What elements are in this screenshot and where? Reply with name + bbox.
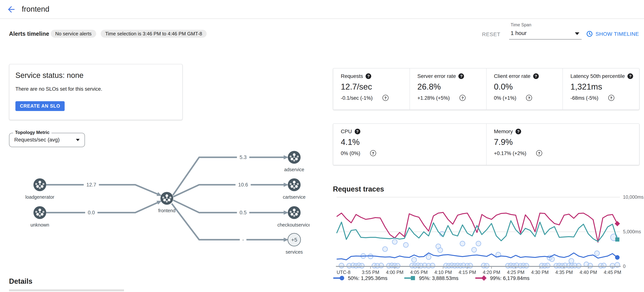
chip-no-service-alerts: No service alerts <box>51 30 96 38</box>
x-axis-tick-label: 4:15 PM <box>458 270 476 275</box>
service-node-checkoutservice[interactable] <box>288 206 300 219</box>
help-icon[interactable]: ? <box>533 73 539 79</box>
topology-node-label: cartservice <box>283 194 306 200</box>
metric-delta: +1.28% (+5%) <box>418 95 450 101</box>
x-axis-tick-label: 4:30 PM <box>531 270 548 275</box>
x-axis-tick-label: 4:10 PM <box>434 270 452 275</box>
metric-card-client-error-rate: Client error rate? 0.0% 0% (+1%)? <box>486 68 563 109</box>
chart-legend: 50%: 1,295.36ms95%: 3,888.53ms99%: 6,179… <box>333 275 530 281</box>
help-outline-icon[interactable]: ? <box>526 95 532 101</box>
help-icon[interactable]: ? <box>354 128 360 134</box>
alerts-chip-row: No service alerts Time selection is 3:46… <box>51 30 207 38</box>
metric-delta: -68ms (-5%) <box>570 95 598 101</box>
page-title: frontend <box>22 5 50 14</box>
metric-value: 4.1% <box>341 137 483 147</box>
details-divider <box>9 289 124 291</box>
legend-item-99%[interactable]: 99%: 6,179.84ms <box>475 275 530 281</box>
create-slo-button[interactable]: CREATE AN SLO <box>16 101 65 111</box>
legend-label: 99%: 6,179.84ms <box>490 275 530 281</box>
metric-label: Memory <box>494 128 513 134</box>
topology-edge-value: - <box>242 237 244 242</box>
y-axis-tick-label: 0 <box>623 264 626 269</box>
service-node-frontend[interactable] <box>160 192 173 205</box>
help-icon[interactable]: ? <box>458 73 464 79</box>
topology-edge-value: 0.5 <box>240 210 247 215</box>
metric-card-cpu: CPU? 4.1% 0% (0%)? <box>333 124 486 165</box>
metric-card-server-error-rate: Server error rate? 26.8% +1.28% (+5%)? <box>410 68 486 109</box>
help-outline-icon[interactable]: ? <box>370 150 376 156</box>
page-header: frontend <box>0 0 644 19</box>
topology-node-label: checkoutservice <box>277 222 310 227</box>
legend-item-95%[interactable]: 95%: 3,888.53ms <box>404 275 458 281</box>
topology-graph[interactable]: 12.70.05.310.60.5-loadgeneratorunknownfr… <box>9 149 310 261</box>
service-node-loadgenerator[interactable] <box>34 178 46 191</box>
back-arrow-icon[interactable] <box>6 5 16 14</box>
topology-edge <box>173 200 287 213</box>
help-outline-icon[interactable]: ? <box>460 95 466 101</box>
x-axis-tick-label: 4:00 PM <box>386 270 404 275</box>
legend-marker-square-icon <box>404 275 416 281</box>
request-traces-chart[interactable]: 10,000ms5,000ms0UTC-83:55 PM4:00 PM4:05 … <box>333 190 644 275</box>
topology-node-label: services <box>286 249 303 254</box>
x-axis-tick-label: UTC-8 <box>337 270 350 275</box>
metric-card-memory: Memory? 7.9% +0.17% (+2%)? <box>486 124 639 165</box>
x-axis-tick-label: 4:35 PM <box>555 270 573 275</box>
help-outline-icon[interactable]: ? <box>382 95 388 101</box>
chip-time-selection: Time selection is 3:46 PM to 4:46 PM GMT… <box>101 30 207 38</box>
topology-edge-value: 12.7 <box>86 182 96 188</box>
help-icon[interactable]: ? <box>516 128 521 134</box>
metric-value: 12.7/sec <box>341 82 406 92</box>
topology-node-label: frontend <box>158 208 176 213</box>
legend-label: 50%: 1,295.36ms <box>348 275 388 281</box>
help-icon[interactable]: ? <box>366 73 371 79</box>
show-timeline-button[interactable]: SHOW TIMELINE <box>586 31 639 37</box>
metric-value: 0.0% <box>494 82 560 92</box>
x-axis-tick-label: 3:55 PM <box>362 270 379 275</box>
service-metrics-card: Requests? 12.7/sec -0.1/sec (-1%)? Serve… <box>333 68 640 110</box>
metric-label: Client error rate <box>494 73 530 79</box>
topology-node-label: adservice <box>284 167 304 172</box>
metric-delta: 0% (+1%) <box>494 95 516 101</box>
time-span-label: Time Span <box>510 23 531 27</box>
help-outline-icon[interactable]: ? <box>608 95 614 101</box>
legend-label: 95%: 3,888.53ms <box>419 275 458 281</box>
metric-delta: +0.17% (+2%) <box>494 150 526 156</box>
service-status-card: Service status: none There are no SLOs s… <box>9 64 182 120</box>
metric-label: Server error rate <box>418 73 456 79</box>
help-icon[interactable]: ? <box>628 73 633 79</box>
x-axis-tick-label: 4:05 PM <box>410 270 428 275</box>
topology-metric-select[interactable]: Topology Metric Requests/sec (avg) <box>9 133 85 147</box>
time-span-value: 1 hour <box>510 30 526 36</box>
x-axis-tick-label: 4:40 PM <box>580 270 597 275</box>
series-end-marker-95% <box>615 237 620 242</box>
service-node-adservice[interactable] <box>288 151 300 164</box>
series-line-50% <box>337 253 617 260</box>
metric-value: 26.8% <box>418 82 483 92</box>
service-status-title: Service status: none <box>16 71 84 80</box>
reset-button[interactable]: RESET <box>482 31 500 37</box>
topology-edge <box>46 185 160 195</box>
metric-value: 1,321ms <box>570 82 636 92</box>
metric-label: CPU <box>341 128 352 134</box>
metric-delta: 0% (0%) <box>341 150 360 156</box>
service-node-services[interactable]: +5 <box>288 233 300 246</box>
chevron-down-icon <box>76 139 80 141</box>
topology-edge-value: 0.0 <box>88 210 95 215</box>
metric-label: Requests <box>341 73 363 79</box>
y-axis-tick-label: 5,000ms <box>623 229 641 234</box>
legend-item-50%[interactable]: 50%: 1,295.36ms <box>333 275 388 281</box>
x-axis-tick-label: 4:25 PM <box>507 270 524 275</box>
collapsed-count-badge: +5 <box>291 237 297 243</box>
topology-node-label: unknown <box>30 222 49 227</box>
metric-card-latency-50th: Latency 50th percentile? 1,321ms -68ms (… <box>563 68 639 109</box>
show-timeline-label: SHOW TIMELINE <box>596 31 639 37</box>
service-node-unknown[interactable] <box>34 206 46 219</box>
x-axis-tick-label: 4:20 PM <box>483 270 500 275</box>
topology-edge-value: 10.6 <box>238 182 248 188</box>
metric-delta: -0.1/sec (-1%) <box>341 95 373 101</box>
help-outline-icon[interactable]: ? <box>536 150 542 156</box>
topology-node-label: loadgenerator <box>25 194 54 200</box>
metric-card-requests: Requests? 12.7/sec -0.1/sec (-1%)? <box>333 68 410 109</box>
service-node-cartservice[interactable] <box>288 178 300 191</box>
time-span-select[interactable]: Time Span 1 hour <box>509 23 582 40</box>
